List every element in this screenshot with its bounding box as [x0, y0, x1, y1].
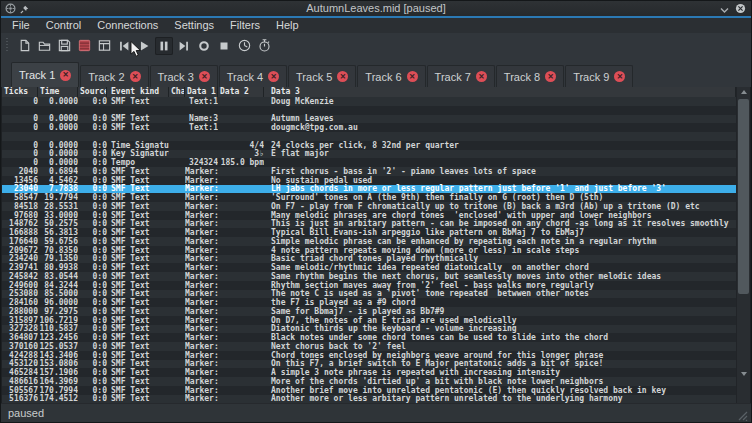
- event-row[interactable]: 8451828.55310:0SMF TextMarker:6On F7 - p…: [2, 202, 736, 211]
- column-header-time[interactable]: Time: [38, 87, 78, 97]
- event-row[interactable]: 134564.54620:0SMF TextMarker:6No sustain…: [2, 176, 736, 185]
- event-row[interactable]: 17664059.67560:0SMF TextMarker:6Simple m…: [2, 237, 736, 246]
- event-row[interactable]: 23424079.13500:0SMF TextMarker:6Basic tr…: [2, 255, 736, 264]
- column-header-source[interactable]: Source: [78, 87, 107, 97]
- event-row[interactable]: 5854719.77940:0SMF TextMarker:6'Surround…: [2, 193, 736, 202]
- tab-close-icon[interactable]: ✕: [545, 71, 556, 82]
- event-row[interactable]: 24960084.32440:0SMF TextMarker:6Rhythm s…: [2, 281, 736, 290]
- tab-close-icon[interactable]: ✕: [337, 71, 348, 82]
- event-row[interactable]: 486616164.39690:0SMF TextMarker:6More of…: [2, 377, 736, 386]
- channels-window-button[interactable]: [95, 37, 113, 55]
- tab-track-4[interactable]: Track 4✕: [219, 65, 287, 87]
- menu-file[interactable]: File: [4, 18, 38, 33]
- cell-time: 143.3406: [38, 351, 78, 360]
- pause-button[interactable]: [155, 37, 173, 55]
- event-row[interactable]: 14876250.25750:0SMF TextMarker:6This is …: [2, 220, 736, 229]
- event-row[interactable]: 20967270.83500:0SMF TextMarker:64 note p…: [2, 246, 736, 255]
- event-row[interactable]: [2, 132, 736, 141]
- column-header-event-kind[interactable]: Event kind: [107, 87, 169, 97]
- event-row[interactable]: 315897106.72190:0SMF TextMarker:6On D7, …: [2, 316, 736, 325]
- cell-d3: On this F7, a brief switch to E Major pe…: [264, 359, 736, 368]
- toolbar-grip-handle[interactable]: [5, 38, 10, 53]
- column-header-data-3[interactable]: Data 3: [264, 87, 736, 97]
- menu-control[interactable]: Control: [38, 18, 89, 33]
- event-row[interactable]: 465284157.19060:0SMF TextMarker:6A simpl…: [2, 368, 736, 377]
- scroll-up-button[interactable]: [737, 87, 750, 97]
- stop-button[interactable]: [215, 37, 233, 55]
- metronome-button[interactable]: [255, 37, 273, 55]
- event-row[interactable]: 20400.68940:0SMF TextMarker:6First choru…: [2, 167, 736, 176]
- vertical-scrollbar[interactable]: [736, 87, 750, 403]
- skip-backward-button[interactable]: [115, 37, 133, 55]
- tab-close-icon[interactable]: ✕: [407, 71, 418, 82]
- event-row[interactable]: 23974180.99380:0SMF TextMarker:6Same mel…: [2, 263, 736, 272]
- save-file-button[interactable]: [55, 37, 73, 55]
- event-row[interactable]: 28416096.00000:0SMF TextMarker:6the F7 i…: [2, 298, 736, 307]
- event-row[interactable]: 453120153.08060:0SMF TextMarker:6On this…: [2, 360, 736, 369]
- event-row[interactable]: 24584283.05440:0SMF TextMarker:6Same rhy…: [2, 272, 736, 281]
- tab-track-7[interactable]: Track 7✕: [427, 65, 495, 87]
- tab-label: Track 3: [158, 71, 194, 83]
- tab-close-icon[interactable]: ✕: [199, 71, 210, 82]
- tab-track-2[interactable]: Track 2✕: [80, 65, 148, 87]
- open-file-button[interactable]: [35, 37, 53, 55]
- skip-forward-button[interactable]: [175, 37, 193, 55]
- time-display-button[interactable]: [235, 37, 253, 55]
- save-file-icon: [57, 38, 72, 53]
- column-header-data-1[interactable]: Data 1: [185, 87, 218, 97]
- tab-close-icon[interactable]: ✕: [60, 70, 71, 81]
- resize-grip[interactable]: [736, 407, 748, 419]
- tab-close-icon[interactable]: ✕: [614, 71, 625, 82]
- event-row[interactable]: 516376174.45120:0SMF TextMarker:6Another…: [2, 395, 736, 404]
- tab-close-icon[interactable]: ✕: [476, 71, 487, 82]
- new-file-button[interactable]: [15, 37, 33, 55]
- event-row[interactable]: 00.00000:0SMF TextName:3Autumn Leaves: [2, 115, 736, 124]
- cell-time: 123.2456: [38, 333, 78, 342]
- event-row[interactable]: 00.00000:0SMF TextText:1dougmck@tpg.com.…: [2, 123, 736, 132]
- event-list-toggle-button[interactable]: [75, 37, 93, 55]
- cell-time: 125.0537: [38, 342, 78, 351]
- tab-track-1[interactable]: Track 1✕: [11, 62, 79, 87]
- tab-track-9[interactable]: Track 9✕: [565, 65, 633, 87]
- tab-close-icon[interactable]: ✕: [268, 71, 279, 82]
- event-row[interactable]: 16688856.38130:0SMF TextMarker:6Typical …: [2, 228, 736, 237]
- event-row[interactable]: 424288143.34060:0SMF TextMarker:6Chord t…: [2, 351, 736, 360]
- event-row[interactable]: [2, 106, 736, 115]
- event-row[interactable]: 364807123.24560:0SMF TextMarker:6Black n…: [2, 333, 736, 342]
- column-header-data-2[interactable]: Data 2: [218, 87, 264, 97]
- cell-d2: 3♭: [218, 149, 264, 158]
- record-button[interactable]: [195, 37, 213, 55]
- event-row[interactable]: 00.00000:0Time Signature4/424 clocks per…: [2, 141, 736, 150]
- tab-track-8[interactable]: Track 8✕: [496, 65, 564, 87]
- cell-kind: SMF Text: [107, 114, 169, 123]
- event-row[interactable]: 00.00000:0Tempo324324185.0 bpm: [2, 158, 736, 167]
- column-header-ticks[interactable]: Ticks: [2, 87, 38, 97]
- event-row[interactable]: 00.00000:0Key Signature3♭E flat major: [2, 150, 736, 159]
- menu-settings[interactable]: Settings: [166, 18, 222, 33]
- event-row[interactable]: 370160125.05370:0SMF TextMarker:6Next ch…: [2, 342, 736, 351]
- titlebar[interactable]: AutumnLeaves.mid [paused]: [1, 1, 751, 16]
- event-row[interactable]: 230407.78380:0SMF TextMarker:6LH jabs ch…: [2, 185, 736, 194]
- event-row[interactable]: 505567170.79940:0SMF TextMarker:6Another…: [2, 386, 736, 395]
- shade-button[interactable]: [720, 0, 729, 18]
- scrollbar-track[interactable]: [737, 97, 750, 403]
- column-header-chan[interactable]: Chan: [169, 87, 185, 97]
- tab-track-5[interactable]: Track 5✕: [288, 65, 356, 87]
- event-row[interactable]: 00.00000:0SMF TextText:1Doug McKenzie: [2, 97, 736, 106]
- close-button[interactable]: [735, 0, 746, 18]
- cell-d1: Marker:6: [185, 359, 218, 368]
- tab-close-icon[interactable]: ✕: [130, 71, 141, 82]
- menu-connections[interactable]: Connections: [89, 18, 166, 33]
- scroll-down-button[interactable]: [737, 367, 750, 380]
- play-button[interactable]: [135, 37, 153, 55]
- event-row[interactable]: 327328110.58370:0SMF TextMarker:6Diatoni…: [2, 325, 736, 334]
- tab-track-6[interactable]: Track 6✕: [357, 65, 425, 87]
- event-row[interactable]: 25308085.50000:0SMF TextMarker:6The note…: [2, 290, 736, 299]
- event-row[interactable]: 9768033.00000:0SMF TextMarker:6Many melo…: [2, 211, 736, 220]
- cell-d3: E flat major: [264, 149, 736, 158]
- tab-track-3[interactable]: Track 3✕: [150, 65, 218, 87]
- menu-filters[interactable]: Filters: [222, 18, 268, 33]
- event-row[interactable]: 28800097.29750:0SMF TextMarker:6Same for…: [2, 307, 736, 316]
- scrollbar-thumb[interactable]: [738, 99, 749, 294]
- menu-help[interactable]: Help: [268, 18, 307, 33]
